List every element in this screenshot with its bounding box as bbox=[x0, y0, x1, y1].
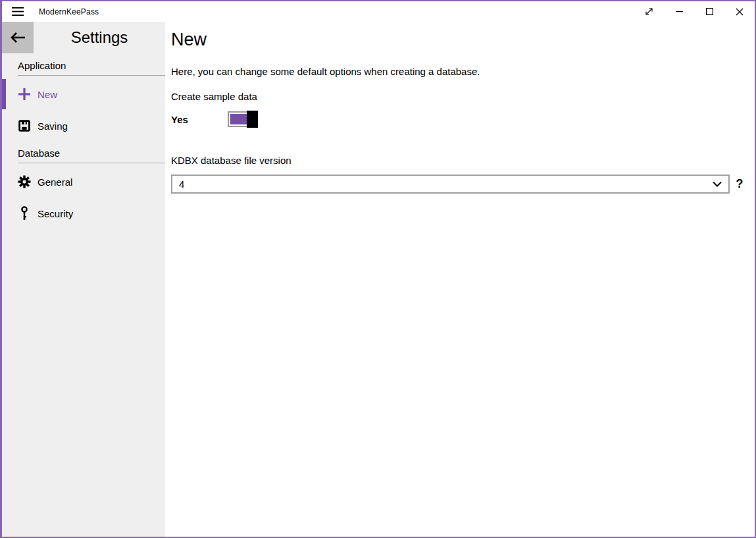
fullscreen-icon bbox=[645, 7, 653, 16]
section-header-application: Application bbox=[18, 60, 165, 76]
settings-page-new: New Here, you can change some default op… bbox=[165, 22, 755, 537]
plus-icon bbox=[18, 86, 31, 102]
sidebar-item-label: New bbox=[38, 89, 57, 100]
maximize-icon bbox=[706, 8, 713, 15]
page-title: New bbox=[171, 30, 748, 50]
application-nav-group: New Saving bbox=[2, 79, 165, 141]
section-header-database: Database bbox=[18, 148, 165, 163]
toggle-fill bbox=[230, 114, 248, 124]
toggle-state-label: Yes bbox=[171, 114, 228, 125]
app-title: ModernKeePass bbox=[39, 7, 99, 16]
kdbx-version-help[interactable]: ? bbox=[731, 177, 748, 191]
gear-icon bbox=[18, 174, 31, 190]
create-sample-data-toggle[interactable] bbox=[228, 111, 258, 127]
titlebar: ModernKeePass bbox=[2, 1, 755, 22]
database-nav-group: General Security bbox=[2, 167, 165, 229]
sidebar-item-label: General bbox=[38, 176, 72, 188]
sidebar-header: Settings bbox=[2, 22, 165, 53]
app-body: Settings Application New bbox=[2, 22, 755, 537]
sidebar-item-label: Saving bbox=[38, 121, 68, 132]
kdbx-version-row: 4 ? bbox=[171, 175, 748, 194]
sidebar-item-saving[interactable]: Saving bbox=[2, 111, 165, 141]
chevron-down-icon bbox=[713, 181, 722, 187]
hamburger-menu-button[interactable] bbox=[2, 1, 34, 22]
back-arrow-icon bbox=[10, 32, 26, 43]
sidebar-item-label: Security bbox=[38, 208, 73, 219]
sidebar-title: Settings bbox=[34, 22, 165, 53]
minimize-icon bbox=[676, 8, 683, 15]
close-icon bbox=[736, 8, 743, 16]
settings-sidebar: Settings Application New bbox=[2, 22, 165, 537]
maximize-button[interactable] bbox=[694, 1, 724, 22]
sidebar-item-new[interactable]: New bbox=[2, 79, 165, 109]
fullscreen-button[interactable] bbox=[634, 1, 664, 22]
save-icon bbox=[18, 118, 31, 134]
sidebar-item-security[interactable]: Security bbox=[2, 198, 165, 229]
create-sample-data-label: Create sample data bbox=[171, 91, 748, 102]
page-description: Here, you can change some default option… bbox=[171, 66, 748, 77]
back-button[interactable] bbox=[2, 22, 34, 53]
create-sample-data-row: Yes bbox=[171, 110, 748, 128]
kdbx-version-label: KDBX database file version bbox=[171, 155, 748, 166]
combobox-selected-value: 4 bbox=[179, 178, 713, 190]
hamburger-icon bbox=[12, 7, 24, 16]
kdbx-version-combobox[interactable]: 4 bbox=[171, 175, 730, 194]
window-controls bbox=[634, 1, 755, 22]
minimize-button[interactable] bbox=[664, 1, 694, 22]
close-button[interactable] bbox=[724, 1, 755, 22]
key-icon bbox=[18, 205, 31, 221]
toggle-thumb[interactable] bbox=[247, 111, 258, 128]
sidebar-item-general[interactable]: General bbox=[2, 167, 165, 197]
app-window: ModernKeePass bbox=[0, 0, 756, 538]
